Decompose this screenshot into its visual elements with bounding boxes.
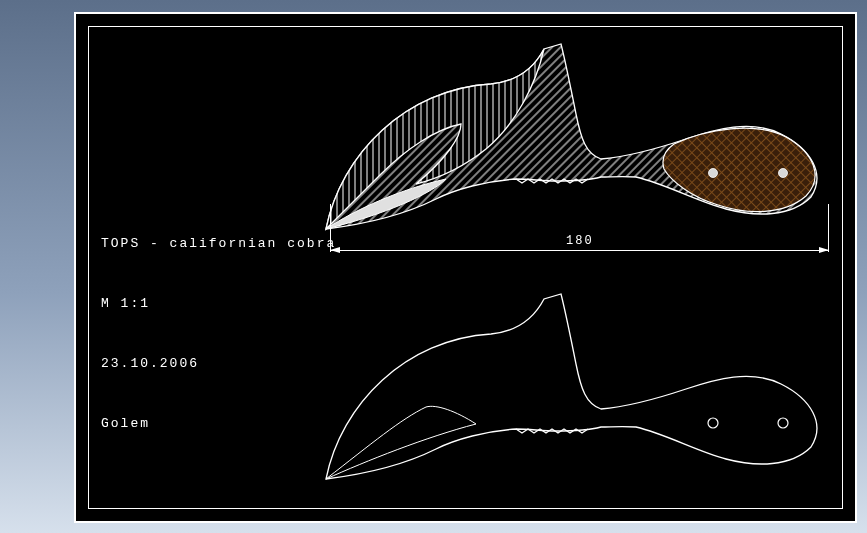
rivet-hole-2: [778, 418, 788, 428]
dim-extent-right: [828, 204, 829, 252]
knife-outline: [326, 294, 817, 479]
knife-handle-scale: [663, 128, 815, 211]
dim-baseline: [330, 250, 829, 251]
drawing-frame: TOPS - californian cobra M 1:1 23.10.200…: [74, 12, 857, 523]
dim-length-label: 180: [566, 234, 594, 248]
rivet-2-top: [779, 169, 788, 178]
rivet-hole-1: [708, 418, 718, 428]
dim-extent-left: [330, 204, 331, 252]
dim-arrow-left-icon: [330, 247, 340, 253]
app-background: TOPS - californian cobra M 1:1 23.10.200…: [0, 0, 867, 533]
dim-arrow-right-icon: [819, 247, 829, 253]
knife-grind-line: [326, 406, 476, 479]
knife-top-view: [286, 29, 846, 259]
knife-bottom-view: [286, 279, 846, 509]
rivet-1-top: [709, 169, 718, 178]
